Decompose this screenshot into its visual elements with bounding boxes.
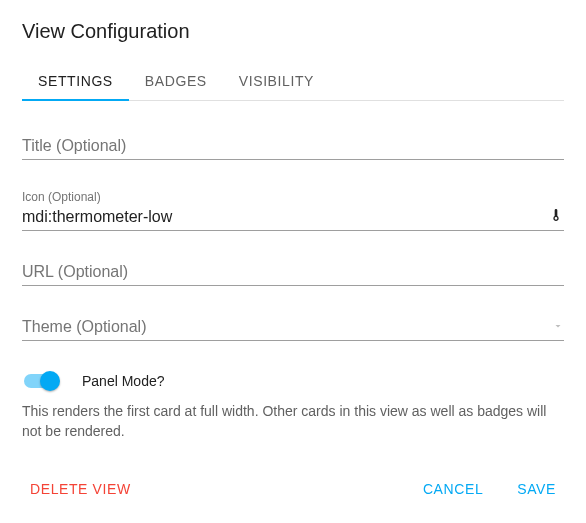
tab-visibility[interactable]: Visibility [223,61,330,101]
button-label: Save [517,481,556,497]
cancel-button[interactable]: Cancel [415,473,491,505]
theme-field[interactable]: Theme (Optional) [22,316,564,341]
button-label: Delete View [30,481,131,497]
tab-label: Badges [145,73,207,89]
title-field[interactable]: Title (Optional) [22,135,564,160]
field-label: Theme (Optional) [22,316,552,338]
tab-bar: Settings Badges Visibility [22,61,564,101]
save-button[interactable]: Save [509,473,564,505]
field-label: Title (Optional) [22,135,564,157]
dialog-actions: Delete View Cancel Save [22,467,564,505]
settings-form: Title (Optional) Icon (Optional) mdi:the… [22,101,564,441]
tab-label: Visibility [239,73,314,89]
url-field[interactable]: URL (Optional) [22,261,564,286]
view-configuration-dialog: View Configuration Settings Badges Visib… [0,0,586,515]
actions-right: Cancel Save [415,473,564,505]
thermometer-low-icon [548,207,564,227]
dialog-title: View Configuration [22,20,564,43]
field-label: Icon (Optional) [22,190,564,204]
field-value-row: Theme (Optional) [22,316,564,338]
tab-badges[interactable]: Badges [129,61,223,101]
panel-mode-row: Panel Mode? [22,371,564,391]
panel-mode-label: Panel Mode? [82,373,165,389]
field-value: mdi:thermometer-low [22,206,548,228]
tab-settings[interactable]: Settings [22,61,129,101]
panel-mode-toggle[interactable] [24,371,60,391]
field-value-row: mdi:thermometer-low [22,206,564,228]
field-label: URL (Optional) [22,261,564,283]
delete-view-button[interactable]: Delete View [22,473,139,505]
icon-field[interactable]: Icon (Optional) mdi:thermometer-low [22,190,564,231]
tab-label: Settings [38,73,113,89]
button-label: Cancel [423,481,483,497]
panel-mode-description: This renders the first card at full widt… [22,401,564,441]
chevron-down-icon [552,318,564,336]
toggle-thumb [40,371,60,391]
